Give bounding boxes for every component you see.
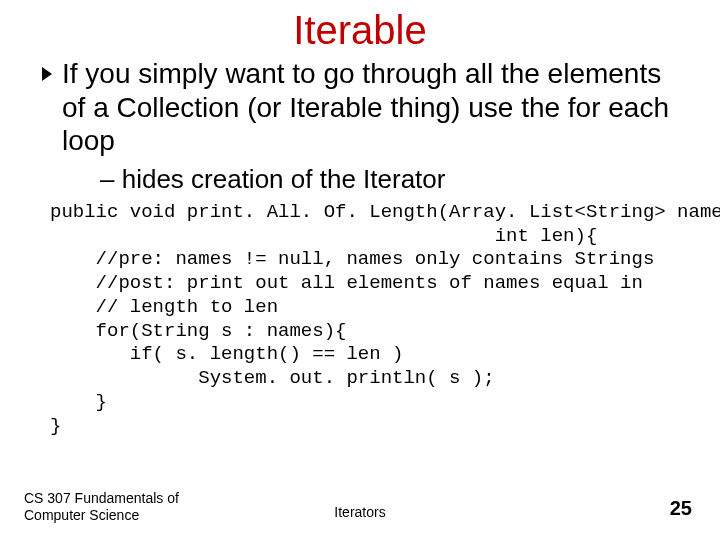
footer-topic: Iterators xyxy=(0,504,720,520)
footer-page-number: 25 xyxy=(670,497,692,520)
slide-title: Iterable xyxy=(0,0,720,57)
slide: Iterable If you simply want to go throug… xyxy=(0,0,720,540)
main-bullet: If you simply want to go through all the… xyxy=(40,57,692,158)
bullet-arrow-icon xyxy=(40,65,56,83)
slide-body: If you simply want to go through all the… xyxy=(0,57,720,438)
sub-bullet: – hides creation of the Iterator xyxy=(100,164,692,195)
svg-marker-0 xyxy=(42,67,52,81)
main-bullet-text: If you simply want to go through all the… xyxy=(62,57,692,158)
code-block: public void print. All. Of. Length(Array… xyxy=(50,201,692,439)
